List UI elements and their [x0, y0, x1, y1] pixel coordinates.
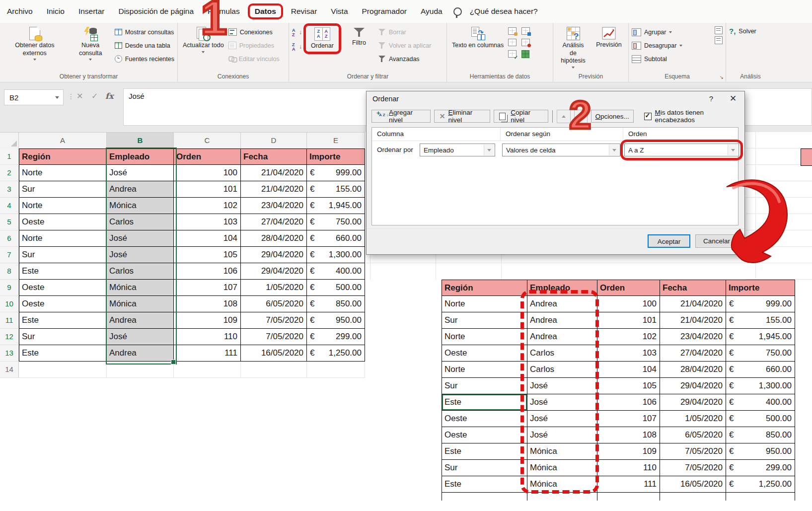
new-query-button[interactable]: Nueva consulta [69, 25, 112, 62]
cell-region[interactable]: Sur [19, 247, 107, 263]
options-button[interactable]: Opciones... [591, 110, 634, 123]
solver-button[interactable]: ?, Solver [729, 25, 756, 37]
cell-empleado[interactable]: José [107, 247, 174, 263]
copy-level-button[interactable]: Copiar nivel [494, 110, 548, 123]
resize-grip[interactable] [738, 247, 742, 252]
row-number[interactable]: 12 [0, 329, 19, 345]
cell-fecha[interactable]: 7/05/2020 [241, 329, 307, 345]
show-queries-button[interactable]: Mostrar consultas [115, 26, 174, 38]
cell-region[interactable]: Sur [19, 181, 107, 198]
sort-on-select[interactable]: Valores de celda [502, 144, 620, 156]
row-number[interactable]: 13 [0, 345, 19, 362]
header-cell[interactable]: Región [19, 148, 107, 165]
row-number[interactable]: 1 [0, 148, 19, 165]
cell-fecha[interactable]: 1/05/2020 [241, 280, 307, 296]
column-header-a[interactable]: A [19, 133, 107, 149]
cell-empleado[interactable]: José [107, 165, 174, 181]
cell-region[interactable]: Oeste [19, 296, 107, 312]
column-header-b[interactable]: B [107, 133, 174, 149]
data-model-icon[interactable] [521, 50, 529, 58]
empty-cell[interactable] [107, 362, 174, 378]
combo-chevron[interactable] [728, 145, 738, 155]
empty-cell[interactable] [19, 362, 107, 378]
row-number[interactable]: 5 [0, 214, 19, 230]
header-cell[interactable]: Importe [307, 148, 365, 165]
get-external-data-button[interactable]: Obtener datos externos [3, 25, 67, 62]
cell-fecha[interactable]: 6/05/2020 [241, 296, 307, 312]
row-number[interactable]: 11 [0, 312, 19, 329]
cell-empleado[interactable]: José [107, 329, 174, 345]
cell-empleado[interactable]: Andrea [107, 312, 174, 329]
tab-programador[interactable]: Programador [359, 4, 410, 19]
close-icon[interactable]: ✕ [724, 91, 742, 106]
cell-importe[interactable]: €750.00 [307, 214, 365, 230]
subtotal-button[interactable]: Subtotal [632, 53, 682, 65]
cell-orden[interactable]: 107 [174, 280, 241, 296]
cell-orden[interactable]: 104 [174, 230, 241, 247]
name-box[interactable]: B2 [4, 89, 64, 105]
tab-datos[interactable]: Datos [248, 3, 283, 19]
cell-orden[interactable]: 103 [174, 214, 241, 230]
cell-empleado[interactable]: Andrea [107, 345, 174, 362]
from-table-button[interactable]: Desde una tabla [115, 40, 174, 51]
filter-button[interactable]: Filtro [343, 25, 375, 49]
relationships-icon[interactable] [521, 39, 530, 46]
sort-button[interactable]: ZA AZ Ordenar [303, 23, 341, 54]
advanced-filter-button[interactable]: Avanzadas [378, 53, 431, 65]
cell-region[interactable]: Este [19, 263, 107, 280]
group-button[interactable]: Agrupar [632, 26, 682, 38]
cell-orden[interactable]: 105 [174, 247, 241, 263]
cell-orden[interactable]: 102 [174, 198, 241, 214]
cell-region[interactable]: Este [19, 312, 107, 329]
cancel-button[interactable]: Cancelar [695, 234, 738, 248]
cell-orden[interactable]: 111 [174, 345, 241, 362]
cell-importe[interactable]: €1,300.00 [307, 247, 365, 263]
hide-detail-icon[interactable] [715, 36, 723, 44]
flash-fill-icon[interactable] [508, 27, 517, 35]
what-if-button[interactable]: Análisis de hipótesis [556, 25, 590, 70]
combo-chevron[interactable] [609, 145, 619, 155]
cell-fecha[interactable]: 21/04/2020 [241, 181, 307, 198]
cell-importe[interactable]: €999.00 [307, 165, 365, 181]
row-number[interactable]: 6 [0, 230, 19, 247]
tab-insertar[interactable]: Insertar [75, 4, 108, 19]
cancel-icon[interactable]: ✕ [76, 91, 83, 101]
cell-orden[interactable]: 109 [174, 312, 241, 329]
cell-orden[interactable]: 108 [174, 296, 241, 312]
cell-fecha[interactable]: 29/04/2020 [241, 263, 307, 280]
header-cell[interactable]: Orden [174, 148, 241, 165]
dialog-titlebar[interactable]: Ordenar ? ✕ [367, 91, 744, 106]
cell-orden[interactable]: 100 [174, 165, 241, 181]
row-number[interactable]: 8 [0, 263, 19, 280]
column-header-d[interactable]: D [241, 133, 307, 149]
cell-orden[interactable]: 106 [174, 263, 241, 280]
help-button[interactable]: ? [702, 91, 721, 106]
sort-za-icon[interactable]: ZA↓ [292, 43, 302, 52]
row-number[interactable]: 2 [0, 165, 19, 181]
cell-empleado[interactable]: Mónica [107, 198, 174, 214]
fx-icon[interactable]: fx [105, 91, 113, 101]
cell-empleado[interactable]: Mónica [107, 296, 174, 312]
cell-region[interactable]: Este [19, 345, 107, 362]
headers-checkbox[interactable] [644, 113, 652, 120]
move-up-button[interactable] [557, 110, 570, 123]
tab-disposicion[interactable]: Disposición de página [115, 4, 197, 19]
cell-importe[interactable]: €850.00 [307, 296, 365, 312]
header-cell[interactable]: Empleado [107, 148, 174, 165]
cell-importe[interactable]: €299.00 [307, 329, 365, 345]
cell-importe[interactable]: €1,250.00 [307, 345, 365, 362]
column-header-e[interactable]: E [307, 133, 365, 149]
cell-fecha[interactable]: 16/05/2020 [241, 345, 307, 362]
sort-by-column-select[interactable]: Empleado [420, 144, 495, 156]
cell-fecha[interactable]: 23/04/2020 [241, 198, 307, 214]
cell-region[interactable]: Oeste [19, 214, 107, 230]
row-number[interactable]: 7 [0, 247, 19, 263]
sort-az-icon[interactable]: AZ↓ [292, 28, 302, 38]
order-select[interactable]: A a Z [624, 144, 739, 156]
tab-archivo[interactable]: Archivo [4, 4, 36, 19]
add-level-button[interactable]: Agregar nivel [371, 110, 431, 123]
text-to-columns-button[interactable]: ↷ Texto en columnas [450, 25, 506, 51]
empty-cell[interactable] [174, 362, 241, 378]
select-all-corner[interactable] [0, 133, 19, 149]
cell-importe[interactable]: €1,945.00 [307, 198, 365, 214]
